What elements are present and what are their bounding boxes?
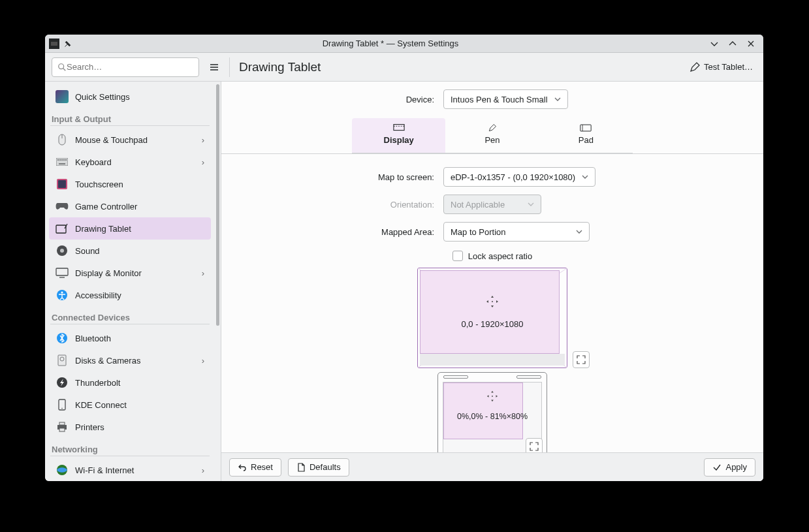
sidebar-item-keyboard[interactable]: Keyboard › — [49, 151, 211, 173]
sidebar-item-quick-settings[interactable]: Quick Settings — [49, 86, 211, 108]
move-icon — [485, 294, 500, 309]
sidebar-item-label: KDE Connect — [75, 400, 127, 410]
svg-rect-8 — [63, 159, 65, 161]
sidebar-scrollbar[interactable] — [215, 82, 221, 481]
toolbar: Drawing Tablet Test Tablet… — [45, 53, 763, 82]
pin-icon[interactable] — [63, 39, 72, 48]
close-button[interactable] — [745, 38, 757, 50]
search-field[interactable] — [52, 57, 199, 77]
svg-rect-10 — [59, 163, 65, 164]
fit-screen-button[interactable] — [573, 351, 590, 368]
sidebar-item-display-monitor[interactable]: Display & Monitor › — [49, 262, 211, 284]
map-screen-select[interactable]: eDP-1-0x1357 - (0,0 1920×1080) — [443, 167, 595, 187]
sidebar[interactable]: Quick Settings Input & Output Mouse & To… — [45, 82, 215, 481]
test-tablet-button[interactable]: Test Tablet… — [686, 59, 757, 75]
mapped-area-label: Mapped Area: — [221, 227, 443, 237]
minimize-button[interactable] — [708, 38, 720, 50]
svg-point-26 — [61, 408, 63, 409]
tablet-region-label: 0%,0% - 81%×80% — [438, 412, 547, 421]
sidebar-item-label: Printers — [75, 422, 104, 432]
sidebar-item-label: Drawing Tablet — [75, 224, 131, 234]
sidebar-item-label: Sound — [75, 246, 100, 256]
svg-rect-22 — [58, 355, 66, 366]
printer-icon — [56, 420, 69, 433]
chevron-right-icon: › — [202, 157, 204, 167]
svg-rect-31 — [394, 125, 404, 131]
thunderbolt-icon — [56, 376, 69, 389]
keyboard-icon — [56, 155, 69, 168]
main-panel: Device: Intuos Pen & Touch Small Display… — [221, 82, 763, 481]
sidebar-item-mouse-touchpad[interactable]: Mouse & Touchpad › — [49, 129, 211, 151]
tablet-mapping-area[interactable]: 0%,0% - 81%×80% — [437, 372, 547, 452]
chevron-down-icon — [582, 174, 588, 180]
sidebar-item-wifi-internet[interactable]: Wi-Fi & Internet › — [49, 459, 211, 481]
sidebar-item-drawing-tablet[interactable]: Drawing Tablet — [49, 217, 211, 240]
tab-pad[interactable]: Pad — [539, 118, 633, 153]
document-icon — [296, 463, 306, 472]
sidebar-item-printers[interactable]: Printers — [49, 416, 211, 438]
chevron-down-icon — [576, 228, 582, 235]
sidebar-item-bluetooth[interactable]: Bluetooth — [49, 327, 211, 349]
section-connected-devices: Connected Devices — [45, 306, 215, 324]
svg-point-16 — [60, 249, 64, 253]
svg-point-37 — [492, 301, 493, 302]
mapped-area-select[interactable]: Map to Portion — [443, 222, 590, 242]
reset-button[interactable]: Reset — [229, 458, 281, 477]
svg-line-1 — [63, 68, 66, 70]
section-input-output: Input & Output — [45, 108, 215, 125]
fit-tablet-button[interactable] — [526, 438, 543, 452]
sidebar-item-accessibility[interactable]: Accessibility — [49, 284, 211, 306]
sidebar-item-thunderbolt[interactable]: Thunderbolt — [49, 371, 211, 394]
svg-rect-9 — [65, 159, 67, 161]
lock-aspect-checkbox[interactable] — [452, 251, 463, 261]
sidebar-item-label: Game Controller — [75, 202, 137, 211]
tab-display[interactable]: Display — [352, 118, 445, 153]
disk-icon — [56, 354, 69, 367]
map-screen-label: Map to screen: — [221, 172, 443, 182]
svg-rect-13 — [56, 225, 66, 233]
sidebar-item-game-controller[interactable]: Game Controller — [49, 195, 211, 217]
screen-region-label: 0,0 - 1920×1080 — [418, 319, 567, 329]
maximize-button[interactable] — [727, 38, 738, 50]
svg-rect-4 — [56, 158, 68, 166]
defaults-button[interactable]: Defaults — [288, 458, 349, 477]
chevron-right-icon: › — [202, 135, 204, 145]
sidebar-item-label: Mouse & Touchpad — [75, 135, 148, 145]
svg-point-38 — [492, 396, 493, 397]
mouse-icon — [56, 133, 69, 146]
sidebar-item-label: Accessibility — [75, 290, 121, 300]
sidebar-item-touchscreen[interactable]: Touchscreen — [49, 173, 211, 195]
section-networking: Networking — [45, 438, 215, 456]
tabs: Display Pen Pad — [352, 118, 633, 153]
svg-point-20 — [61, 291, 63, 293]
device-select[interactable]: Intuos Pen & Touch Small — [443, 89, 568, 109]
undo-icon — [238, 463, 247, 472]
tab-pen[interactable]: Pen — [445, 118, 539, 153]
search-icon — [57, 63, 67, 72]
svg-point-0 — [59, 63, 64, 69]
sidebar-item-label: Quick Settings — [75, 92, 130, 102]
sidebar-item-label: Keyboard — [75, 157, 112, 167]
sidebar-item-label: Bluetooth — [75, 334, 111, 343]
app-icon — [49, 39, 59, 49]
pencil-icon — [690, 62, 700, 72]
menu-button[interactable] — [204, 57, 224, 77]
svg-rect-33 — [580, 125, 591, 131]
screen-mapping-area[interactable]: 0,0 - 1920×1080 — [417, 268, 567, 368]
chevron-right-icon: › — [202, 268, 204, 278]
orientation-select: Not Applicable — [443, 195, 541, 214]
chevron-down-icon — [554, 96, 561, 102]
orientation-label: Orientation: — [221, 200, 443, 210]
search-input[interactable] — [67, 62, 193, 72]
tablet-icon — [56, 222, 69, 235]
bluetooth-icon — [56, 332, 69, 345]
apply-button[interactable]: Apply — [704, 458, 755, 477]
svg-rect-12 — [58, 180, 66, 188]
sidebar-item-sound[interactable]: Sound — [49, 240, 211, 262]
sidebar-item-kde-connect[interactable]: KDE Connect — [49, 394, 211, 416]
lock-aspect-label: Lock aspect ratio — [468, 251, 532, 261]
phone-icon — [56, 398, 69, 411]
check-icon — [712, 463, 722, 472]
chevron-right-icon: › — [202, 465, 204, 475]
sidebar-item-disks-cameras[interactable]: Disks & Cameras › — [49, 349, 211, 371]
